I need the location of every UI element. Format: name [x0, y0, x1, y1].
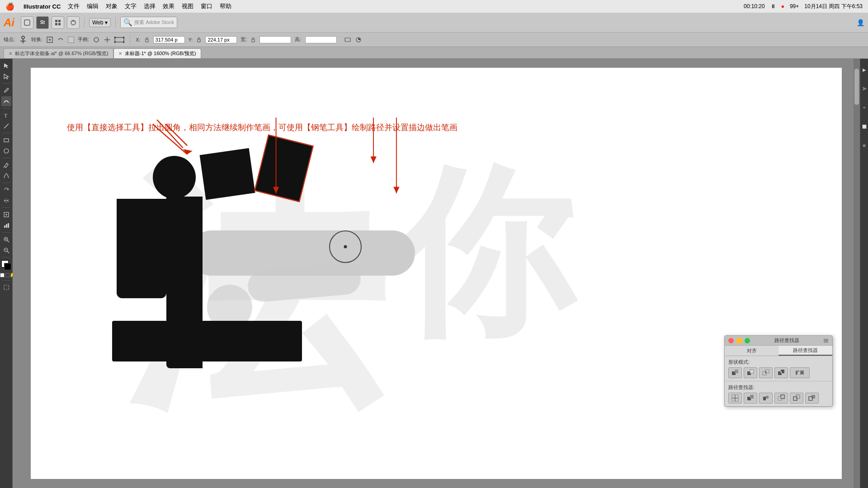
- fill-swatch[interactable]: [0, 273, 5, 277]
- panel-tab-pathfinder[interactable]: 路径查找器: [778, 346, 832, 356]
- sync-button[interactable]: [67, 16, 80, 29]
- grid-button[interactable]: [52, 16, 64, 29]
- lock-icon: [144, 37, 150, 42]
- panel-menu-icon[interactable]: [823, 338, 829, 343]
- zoom-in-tool[interactable]: [1, 235, 11, 244]
- panel-tab-align[interactable]: 对齐: [725, 346, 778, 356]
- shape-mode-subtract[interactable]: [744, 367, 757, 378]
- panel-zoom-button[interactable]: [745, 338, 750, 343]
- home-button[interactable]: [21, 16, 33, 29]
- shape-mode-intersect[interactable]: [759, 367, 773, 378]
- record-icon[interactable]: ●: [781, 3, 784, 9]
- line-tool[interactable]: [1, 121, 11, 131]
- panel-close-button[interactable]: [728, 338, 734, 343]
- scrollbar-thumb[interactable]: [854, 69, 859, 105]
- svg-rect-34: [8, 223, 9, 228]
- pathfinder-divide[interactable]: [728, 393, 742, 404]
- w-value-input[interactable]: [259, 36, 291, 43]
- pathfinder-outline[interactable]: [790, 393, 803, 404]
- pencil-tool[interactable]: [1, 160, 11, 170]
- right-tool-3[interactable]: ≡: [861, 99, 868, 117]
- menu-effect[interactable]: 效果: [163, 2, 175, 10]
- panel-title: 路径查找器: [753, 337, 821, 344]
- svg-rect-62: [765, 371, 766, 373]
- instruction-text: 使用【直接选择工具】拉出圆角，相同方法继续制作笔画，可使用【钢笔工具】绘制路径并…: [67, 122, 458, 133]
- svg-rect-12: [115, 38, 124, 42]
- apple-menu[interactable]: 🍎: [5, 2, 14, 11]
- place-tool[interactable]: [1, 210, 11, 220]
- pathfinder-section: 路径查找器:: [725, 381, 832, 406]
- notification[interactable]: 99+: [790, 3, 799, 9]
- select-tool[interactable]: [1, 61, 11, 70]
- right-tool-1[interactable]: ▶: [861, 61, 868, 79]
- transform-options-icon: [114, 36, 124, 43]
- pathfinder-label: 路径查找器:: [728, 384, 829, 391]
- fill-stroke-swatches[interactable]: [1, 260, 11, 270]
- menu-edit[interactable]: 编辑: [87, 2, 99, 10]
- right-tool-4[interactable]: ⬜: [861, 117, 868, 136]
- panel-minimize-button[interactable]: [736, 338, 742, 343]
- artboard-tool[interactable]: [1, 282, 11, 292]
- shape-mode-add[interactable]: [728, 367, 742, 378]
- tool-sep-3: [2, 133, 10, 133]
- app-logo: Ai: [4, 16, 14, 29]
- tab-2[interactable]: ✕ 未标题-1* @ 1600% (RGB/预览): [113, 48, 201, 58]
- pathfinder-trim[interactable]: [744, 393, 757, 404]
- tab-1[interactable]: ✕ 标志字体全能备.ai* @ 66.67% (RGB/预览): [4, 48, 113, 58]
- tab-close-2[interactable]: ✕: [118, 51, 122, 56]
- st-button[interactable]: St: [36, 16, 49, 29]
- shape-mode-exclude[interactable]: [774, 367, 788, 378]
- menu-view[interactable]: 视图: [182, 2, 193, 10]
- type-tool[interactable]: T: [1, 110, 11, 120]
- right-tool-5[interactable]: ⊞: [861, 136, 868, 155]
- pause-icon[interactable]: ⏸: [770, 3, 776, 9]
- svg-rect-42: [4, 285, 9, 290]
- web-dropdown[interactable]: Web ▾: [89, 18, 111, 27]
- direct-select-tool[interactable]: [1, 71, 11, 81]
- tool-sep-1: [2, 83, 10, 84]
- rect-tool[interactable]: [1, 135, 11, 145]
- rotate-tool[interactable]: [1, 185, 11, 195]
- h-value-input[interactable]: [305, 36, 337, 43]
- menu-text[interactable]: 文字: [125, 2, 137, 10]
- search-icon: 🔍: [123, 18, 132, 27]
- menu-help[interactable]: 帮助: [220, 2, 231, 10]
- canvas-content: 使用【直接选择工具】拉出圆角，相同方法继续制作笔画，可使用【钢笔工具】绘制路径并…: [31, 68, 842, 479]
- right-tool-2[interactable]: A: [861, 80, 868, 98]
- menu-window[interactable]: 窗口: [201, 2, 212, 10]
- curvature-tool[interactable]: [1, 96, 11, 106]
- pen-tool[interactable]: [1, 85, 11, 95]
- transform-icon2: [57, 36, 64, 43]
- svg-point-16: [123, 41, 124, 43]
- pathfinder-crop[interactable]: [774, 393, 788, 404]
- canvas-area[interactable]: 使用【直接选择工具】拉出圆角，相同方法继续制作笔画，可使用【钢笔工具】绘制路径并…: [13, 59, 860, 488]
- tool-sep-8: [2, 257, 10, 258]
- user-icon[interactable]: 👤: [857, 19, 864, 26]
- lock-icon2: [196, 37, 202, 42]
- search-bar[interactable]: 🔍 搜索 Adobe Stock: [120, 17, 177, 28]
- ellipse-tool[interactable]: [1, 146, 11, 156]
- reflect-tool[interactable]: [1, 196, 11, 206]
- shape-mode-expand[interactable]: 扩展: [790, 367, 810, 378]
- right-tools-panel: ▶ A ≡ ⬜ ⊞: [860, 59, 868, 488]
- shape-modes-label: 形状模式:: [728, 359, 829, 366]
- menu-app-name[interactable]: Illustrator CC: [24, 3, 61, 10]
- menu-select[interactable]: 选择: [144, 2, 156, 10]
- svg-point-14: [123, 37, 124, 38]
- scrollbar-vertical[interactable]: [854, 59, 860, 488]
- svg-rect-20: [345, 38, 350, 42]
- graph-tool[interactable]: [1, 221, 11, 230]
- tab-close-1[interactable]: ✕: [9, 51, 12, 56]
- svg-rect-3: [55, 23, 57, 25]
- stroke-swatch[interactable]: [5, 273, 10, 277]
- y-value-input[interactable]: [205, 36, 237, 43]
- zoom-out-tool[interactable]: [1, 245, 11, 255]
- shaper-tool[interactable]: [1, 171, 11, 181]
- menu-object[interactable]: 对象: [106, 2, 118, 10]
- svg-rect-4: [58, 23, 61, 25]
- pathfinder-merge[interactable]: [759, 393, 773, 404]
- x-value-input[interactable]: [153, 36, 185, 43]
- toolbar-separator-2: [115, 17, 116, 28]
- pathfinder-minus-back[interactable]: [805, 393, 819, 404]
- menu-file[interactable]: 文件: [68, 2, 80, 10]
